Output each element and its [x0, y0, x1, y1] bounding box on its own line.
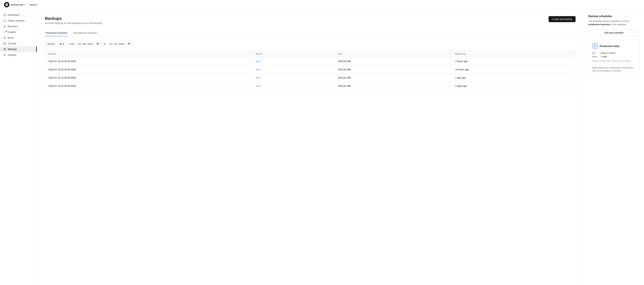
schedule-keep-row: Keep 2 days	[592, 55, 636, 58]
sidebar-item-backups[interactable]: Backups	[0, 46, 37, 52]
insights-badge	[6, 31, 7, 32]
schedule-run-value: Every 12 hours	[601, 52, 615, 54]
col-backup: Backup	[45, 51, 252, 57]
branch-filter-select[interactable]: All ▾	[57, 41, 66, 47]
dashboard-icon	[3, 14, 6, 16]
cell-size-2: 354.242 MB	[335, 74, 452, 82]
db-chevron-icon: ▾	[37, 4, 38, 6]
schedule-timing: Last run 2 hours ago · Next run in 10 ho…	[592, 60, 636, 62]
logo[interactable]	[4, 2, 10, 8]
sidebar-item-settings[interactable]: Settings	[0, 52, 37, 58]
sidebar-item-branches[interactable]: Branches	[0, 24, 37, 29]
panel-desc: The following backup schedules run for a…	[588, 20, 639, 26]
db-selector[interactable]: beam ▾	[30, 3, 38, 6]
cell-backed-up-0: 2 hours ago	[452, 57, 576, 66]
cell-backup-2: 2024.07.15 14:30:39.593Z	[45, 74, 252, 82]
table-row: 2024.07.16 14:30:30.206Z prod 354.242 MB…	[45, 57, 576, 66]
topnav: planetscale ▾ / beam ▾	[0, 0, 644, 10]
from-label: From	[69, 43, 75, 45]
panel-title: Backup schedules	[588, 15, 639, 18]
branch-filter: Branch All ▾	[45, 41, 66, 47]
sidebar-item-boost[interactable]: Boost	[0, 35, 37, 41]
to-date-group: To	[104, 41, 133, 47]
settings-icon	[3, 54, 6, 56]
sidebar-item-console[interactable]: Console	[0, 41, 37, 46]
nav-separator: /	[27, 3, 28, 6]
page-subtitle: All of the backups for this database acr…	[45, 22, 103, 25]
branch-link-1[interactable]: prod	[256, 68, 260, 71]
sidebar-item-dashboard[interactable]: Dashboard	[0, 12, 37, 18]
tab-production[interactable]: Production branches	[45, 30, 68, 36]
schedule-keep-value: 2 days	[601, 55, 607, 58]
right-panel: Backup schedules The following backup sc…	[584, 10, 644, 285]
page-header: Backups All of the backups for this data…	[45, 16, 576, 25]
table-body: 2024.07.16 14:30:30.206Z prod 354.242 MB…	[45, 57, 576, 90]
console-icon	[3, 42, 6, 45]
col-branch: Branch	[252, 51, 335, 57]
from-date-group: From	[69, 41, 102, 47]
schedule-meta: Run Every 12 hours Keep 2 days	[592, 52, 636, 58]
sidebar-label-dashboard: Dashboard	[8, 14, 19, 16]
table-row: 2024.07.15 14:30:39.593Z prod 354.242 MB…	[45, 74, 576, 82]
cell-size-3: 354.242 MB	[335, 82, 452, 90]
cell-branch-0: prod	[252, 57, 335, 66]
to-date-input[interactable]	[107, 41, 133, 47]
table-header-row: Backup Branch Size Backed up	[45, 51, 576, 57]
backups-table-container: Backup Branch Size Backed up 2024.07.16 …	[45, 50, 576, 90]
schedule-run-label: Run	[592, 52, 600, 54]
table-row: 2024.07.16 02:30:56.238Z prod 354.242 MB…	[45, 66, 576, 74]
sidebar-item-insights[interactable]: Insights	[0, 29, 37, 35]
cell-size-1: 354.242 MB	[335, 66, 452, 74]
sidebar-label-insights: Insights	[8, 31, 16, 33]
cell-backup-1: 2024.07.16 02:30:56.238Z	[45, 66, 252, 74]
branch-filter-label: Branch	[45, 41, 57, 47]
sidebar-label-branches: Branches	[8, 25, 18, 28]
deploy-icon	[3, 19, 6, 22]
branches-icon	[3, 25, 6, 28]
sidebar-label-deploy: Deploy requests	[8, 19, 25, 22]
schedule-card: Production daily Run Every 12 hours Keep…	[588, 40, 639, 76]
schedule-card-header: Production daily	[592, 43, 636, 49]
schedule-run-row: Run Every 12 hours	[592, 52, 636, 54]
boost-icon	[3, 37, 6, 39]
org-selector[interactable]: planetscale ▾	[11, 3, 25, 6]
create-backup-button[interactable]: Create new backup	[548, 16, 576, 22]
backups-icon	[3, 48, 6, 51]
branch-link-3[interactable]: prod	[256, 85, 260, 87]
tabs-bar: Production branches Development branches	[45, 30, 576, 36]
filters-row: Branch All ▾ From To	[45, 41, 576, 47]
col-size: Size	[335, 51, 452, 57]
tab-development[interactable]: Development branches	[72, 30, 98, 36]
schedule-note: Daily backups are included free of charg…	[592, 64, 636, 72]
cell-size-0: 354.242 MB	[335, 57, 452, 66]
schedule-keep-label: Keep	[592, 55, 600, 58]
add-schedule-button[interactable]: Add new schedule	[588, 29, 639, 36]
cell-branch-2: prod	[252, 74, 335, 82]
sidebar-item-deploy-requests[interactable]: Deploy requests	[0, 18, 37, 24]
branch-link-0[interactable]: prod	[256, 60, 260, 63]
cell-backup-0: 2024.07.16 14:30:30.206Z	[45, 57, 252, 66]
schedule-name: Production daily	[600, 45, 620, 48]
cell-backed-up-1: 14 hours ago	[452, 66, 576, 74]
backups-table: Backup Branch Size Backed up 2024.07.16 …	[45, 51, 576, 90]
page-title: Backups	[45, 16, 103, 21]
cell-backed-up-2: 1 day ago	[452, 74, 576, 82]
org-chevron-icon: ▾	[24, 4, 25, 6]
from-date-input[interactable]	[76, 41, 102, 47]
cell-backed-up-3: 2 days ago	[452, 82, 576, 90]
cell-backup-3: 2024.07.15 02:30:04.554Z	[45, 82, 252, 90]
sidebar-label-boost: Boost	[8, 37, 14, 39]
sidebar-label-console: Console	[8, 42, 16, 45]
schedule-clock-icon	[592, 43, 598, 49]
date-filter: From To	[69, 41, 133, 47]
svg-point-8	[4, 55, 5, 55]
main-content: Backups All of the backups for this data…	[37, 10, 584, 285]
sidebar-label-settings: Settings	[8, 54, 16, 56]
sidebar-label-backups: Backups	[8, 48, 17, 51]
svg-point-3	[5, 27, 6, 27]
cell-branch-1: prod	[252, 66, 335, 74]
col-backed-up: Backed up	[452, 51, 576, 57]
to-label: To	[104, 43, 106, 45]
branch-link-2[interactable]: prod	[256, 76, 260, 79]
sidebar: Dashboard Deploy requests Branches Insig…	[0, 10, 37, 285]
